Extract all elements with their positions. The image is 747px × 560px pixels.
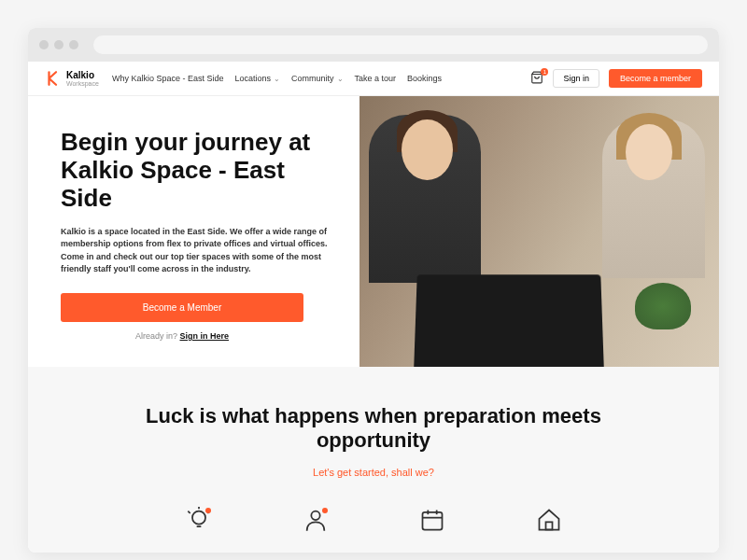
svg-rect-11: [545, 522, 552, 529]
browser-window: Kalkio Workspace Why Kalkio Space - East…: [28, 28, 719, 553]
feature-icons: [140, 506, 607, 534]
person-illustration: [626, 124, 672, 180]
nav-item-community[interactable]: Community⌄: [291, 74, 344, 83]
svg-point-1: [192, 511, 205, 524]
window-dot: [54, 40, 63, 49]
hero-image: [359, 96, 719, 367]
active-indicator: [205, 508, 211, 513]
svg-rect-7: [422, 512, 442, 530]
top-nav: Kalkio Workspace Why Kalkio Space - East…: [28, 62, 719, 96]
plant-illustration: [635, 283, 691, 348]
hero-content: Begin your journey at Kalkio Space - Eas…: [28, 96, 359, 367]
brand-sub: Workspace: [66, 80, 99, 87]
window-dot: [69, 40, 78, 49]
quote-subtitle: Let's get started, shall we?: [56, 467, 691, 478]
already-in-text: Already in? Sign in Here: [61, 331, 303, 341]
logo[interactable]: Kalkio Workspace: [45, 70, 99, 87]
quote-title: Luck is what happens when preparation me…: [140, 404, 607, 454]
hero-description: Kalkio is a space located in the East Si…: [61, 226, 331, 276]
brand-name: Kalkio: [66, 71, 99, 80]
hero-title: Begin your journey at Kalkio Space - Eas…: [61, 129, 341, 213]
logo-icon: [45, 70, 62, 87]
laptop-illustration: [414, 274, 604, 367]
svg-line-4: [188, 511, 190, 512]
svg-point-6: [311, 511, 319, 519]
nav-item-bookings[interactable]: Bookings: [407, 74, 442, 83]
person-icon[interactable]: [302, 506, 330, 534]
nav-links: Why Kalkio Space - East Side Locations⌄ …: [112, 74, 518, 83]
url-bar[interactable]: [93, 35, 708, 54]
lightbulb-icon[interactable]: [185, 506, 213, 534]
chevron-down-icon: ⌄: [337, 75, 344, 83]
become-member-button[interactable]: Become a member: [609, 69, 702, 88]
cart-icon[interactable]: 1: [530, 71, 543, 87]
home-icon[interactable]: [535, 506, 563, 534]
nav-item-why[interactable]: Why Kalkio Space - East Side: [112, 74, 224, 83]
nav-item-locations[interactable]: Locations⌄: [234, 74, 280, 83]
hero-section: Begin your journey at Kalkio Space - Eas…: [28, 96, 719, 367]
calendar-icon[interactable]: [418, 506, 446, 534]
signin-button[interactable]: Sign in: [553, 69, 599, 88]
cart-badge: 1: [541, 68, 548, 76]
quote-section: Luck is what happens when preparation me…: [28, 367, 719, 553]
person-illustration: [402, 119, 453, 180]
hero-cta-button[interactable]: Become a Member: [61, 293, 303, 322]
active-indicator: [322, 508, 328, 513]
chevron-down-icon: ⌄: [274, 75, 280, 83]
browser-chrome: [28, 28, 719, 62]
window-dot: [39, 40, 49, 49]
signin-here-link[interactable]: Sign in Here: [180, 331, 230, 341]
nav-item-tour[interactable]: Take a tour: [355, 74, 397, 83]
nav-right: 1 Sign in Become a member: [530, 69, 702, 88]
